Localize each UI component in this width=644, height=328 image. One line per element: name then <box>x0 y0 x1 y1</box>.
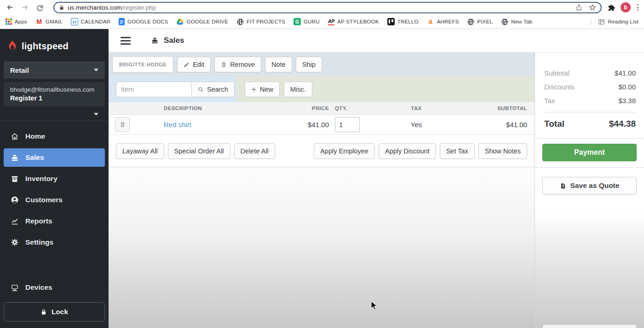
subtotal-label: Subtotal <box>544 69 569 77</box>
back-icon[interactable] <box>5 2 16 13</box>
padlock-icon <box>40 309 47 316</box>
google-docs-icon <box>119 18 125 25</box>
apps-shortcut[interactable]: Apps <box>6 18 27 25</box>
sidebar-item-devices[interactable]: Devices <box>4 278 105 297</box>
note-button[interactable]: Note <box>265 57 292 72</box>
apps-grid-icon <box>6 18 12 25</box>
url-bar[interactable]: us.merchantos.com/register.php <box>53 2 602 13</box>
browser-toolbar: us.merchantos.com/register.php b <box>0 0 644 15</box>
layaway-all-button[interactable]: Layaway All <box>116 143 164 159</box>
lock-icon <box>59 5 64 11</box>
reading-list[interactable]: Reading List <box>591 18 638 25</box>
bookmark-fit-projects[interactable]: FIT PROJECTS <box>236 18 285 25</box>
account-collapse-toggle[interactable] <box>4 110 105 120</box>
forward-icon[interactable] <box>19 2 30 13</box>
search-button[interactable]: Search <box>191 82 235 97</box>
line-items-header: DESCRIPTION PRICE QTY. TAX SUBTOTAL <box>109 102 535 115</box>
profile-avatar[interactable]: b <box>621 2 631 12</box>
bookmark-google-docs[interactable]: GOOGLE DOCS <box>119 18 168 25</box>
bookmark-new-tab[interactable]: New Tab <box>501 18 532 25</box>
bookmark-gmail[interactable]: GMAIL <box>35 18 63 25</box>
discounts-value: $0.00 <box>618 83 636 91</box>
new-item-button[interactable]: New <box>245 82 280 97</box>
hamburger-menu-icon[interactable] <box>121 37 131 45</box>
save-as-quote-button[interactable]: Save as Quote <box>542 177 637 194</box>
customer-button[interactable]: BRIGITTE HODGE <box>112 56 173 73</box>
bookmark-ahrefs[interactable]: AHREFS <box>427 18 459 25</box>
item-tax: Yes <box>370 121 462 129</box>
chevron-down-icon <box>94 69 98 71</box>
special-order-all-button[interactable]: Special Order All <box>168 143 230 159</box>
home-icon <box>10 133 19 141</box>
bookmark-ap-stylebook[interactable]: AP STYLEBOOK <box>328 18 379 25</box>
tax-label: Tax <box>544 97 555 105</box>
sidebar-item-home[interactable]: Home <box>4 127 105 146</box>
bookmark-calendar[interactable]: CALENDAR <box>71 18 110 25</box>
globe-icon <box>467 18 475 25</box>
item-search-bar: Search New Misc. <box>109 76 535 102</box>
totals-divider <box>544 112 636 112</box>
trash-icon <box>120 121 126 128</box>
remove-customer-button[interactable]: Remove <box>214 57 261 72</box>
sidebar-item-customers[interactable]: Customers <box>4 191 105 209</box>
total-value: $44.38 <box>609 119 636 129</box>
page: us.merchantos.com/register.php b Apps GM <box>0 0 644 328</box>
quote-clipboard-icon <box>560 182 566 189</box>
globe-icon <box>236 18 244 25</box>
customer-toolbar: BRIGITTE HODGE Edit Remove <box>109 53 535 76</box>
column-price: PRICE <box>270 105 329 111</box>
item-subtotal: $41.00 <box>462 121 535 129</box>
delete-line-button[interactable] <box>115 117 130 132</box>
plus-icon <box>251 87 257 92</box>
guru-icon <box>293 18 301 25</box>
reports-icon <box>10 217 19 225</box>
sidebar-item-reports[interactable]: Reports <box>4 212 105 230</box>
workspace-selector[interactable]: Retail <box>4 61 105 79</box>
quantity-input[interactable] <box>335 117 360 132</box>
column-subtotal: SUBTOTAL <box>462 105 535 111</box>
lock-button[interactable]: Lock <box>4 302 105 322</box>
sidebar-item-settings[interactable]: Settings <box>4 233 105 252</box>
column-tax: TAX <box>370 105 462 111</box>
register-icon <box>10 154 19 162</box>
bookmark-trello[interactable]: TRELLO <box>387 18 419 25</box>
item-link[interactable]: Red shirt <box>164 121 191 129</box>
item-search-input[interactable] <box>116 82 191 97</box>
bookmark-google-drive[interactable]: GOOGLE DRIVE <box>177 18 229 25</box>
ship-button[interactable]: Ship <box>296 57 322 72</box>
bookmark-guru[interactable]: GURU <box>293 18 320 25</box>
misc-button[interactable]: Misc. <box>284 82 312 97</box>
account-box[interactable]: bhodge@fitsmallbusiness.com Register 1 <box>4 82 105 106</box>
delete-all-button[interactable]: Delete All <box>234 143 275 159</box>
total-label: Total <box>544 119 564 129</box>
chrome-menu-icon[interactable] <box>636 3 639 12</box>
show-notes-button[interactable]: Show Notes <box>478 143 527 159</box>
edit-customer-button[interactable]: Edit <box>177 57 211 72</box>
totals-panel: Subtotal $41.00 Discounts $0.00 Tax $3.3… <box>535 53 644 328</box>
url-text: us.merchantos.com/register.php <box>68 4 156 11</box>
sidebar-item-sales[interactable]: Sales <box>4 148 105 167</box>
pencil-icon <box>184 62 190 68</box>
refresh-icon[interactable] <box>34 2 45 13</box>
bookmark-star-icon[interactable] <box>589 4 596 11</box>
set-tax-button[interactable]: Set Tax <box>440 143 475 159</box>
tax-row: Tax $3.38 <box>544 97 636 105</box>
sidebar: lightspeed Retail bhodge@fitsmallbusines… <box>0 29 109 328</box>
ap-icon <box>328 18 335 25</box>
main-header: Sales <box>109 29 644 53</box>
register-name: Register 1 <box>10 94 98 102</box>
search-icon <box>198 87 204 93</box>
register-icon <box>151 37 159 44</box>
globe-icon <box>501 18 508 25</box>
line-item-row: Red shirt $41.00 Yes $41.00 <box>109 115 535 135</box>
discounts-label: Discounts <box>544 83 575 91</box>
bookmarks-bar: Apps GMAIL CALENDAR GOOGLE DOCS GOOGLE D… <box>0 15 644 29</box>
payment-button[interactable]: Payment <box>542 144 637 161</box>
bookmark-pixel[interactable]: PIXEL <box>467 18 493 25</box>
apply-discount-button[interactable]: Apply Discount <box>379 143 436 159</box>
share-icon[interactable] <box>575 4 582 11</box>
extensions-puzzle-icon[interactable] <box>607 4 615 12</box>
apply-employee-button[interactable]: Apply Employee <box>314 143 375 159</box>
partially-visible-button[interactable] <box>542 324 637 328</box>
sidebar-item-inventory[interactable]: Inventory <box>4 170 105 188</box>
